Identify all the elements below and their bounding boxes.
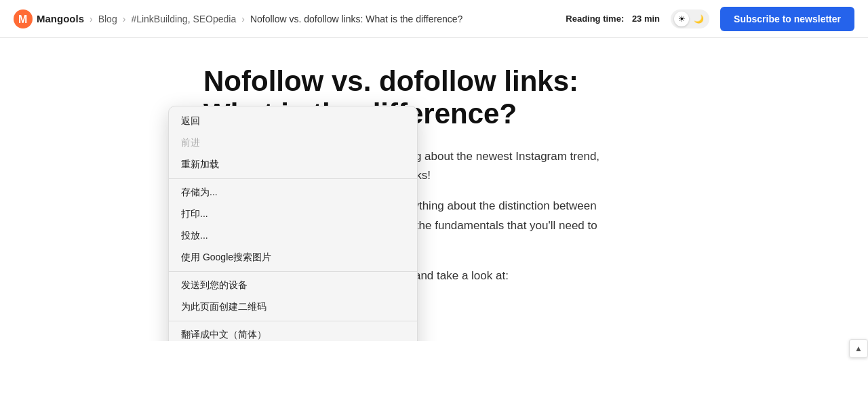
breadcrumb-sep-1: ›: [90, 14, 93, 24]
menu-item-send-device[interactable]: 发送到您的设备: [169, 275, 417, 296]
menu-sep-3: [169, 321, 417, 321]
reading-time: Reading time: 23 min: [566, 14, 660, 24]
menu-item-search-image[interactable]: 使用 Google搜索图片: [169, 247, 417, 269]
reading-time-value: 23 min: [632, 14, 660, 24]
menu-item-saveas-label: 存储为...: [181, 186, 218, 199]
menu-sep-1: [169, 178, 417, 179]
reading-time-label: Reading time:: [566, 14, 624, 24]
theme-light-btn[interactable]: ☀: [674, 12, 689, 26]
menu-item-translate-label: 翻译成中文（简体）: [181, 329, 267, 341]
context-menu-overlay: 返回 前进 重新加载 存储为... 打印... 投放... 使用 Google搜…: [168, 106, 418, 341]
menu-item-send-device-label: 发送到您的设备: [181, 279, 248, 292]
menu-item-translate[interactable]: 翻译成中文（简体）: [169, 324, 417, 341]
navbar: M Mangools › Blog › #LinkBuilding, SEOpe…: [0, 0, 868, 38]
subscribe-button[interactable]: Subscribe to newsletter: [720, 7, 854, 31]
logo-text: Mangools: [37, 13, 84, 24]
menu-item-saveas[interactable]: 存储为...: [169, 182, 417, 203]
scroll-up-button[interactable]: ▲: [849, 339, 868, 341]
menu-item-qrcode-label: 为此页面创建二维码: [181, 301, 267, 313]
menu-item-back[interactable]: 返回: [169, 111, 417, 132]
sun-icon: ☀: [678, 14, 686, 24]
menu-item-reload[interactable]: 重新加载: [169, 154, 417, 176]
menu-item-print[interactable]: 打印...: [169, 203, 417, 225]
context-menu: 返回 前进 重新加载 存储为... 打印... 投放... 使用 Google搜…: [168, 106, 418, 341]
menu-item-forward-label: 前进: [181, 137, 200, 149]
menu-item-back-label: 返回: [181, 115, 200, 127]
theme-toggle[interactable]: ☀ 🌙: [671, 9, 709, 28]
theme-dark-btn[interactable]: 🌙: [691, 12, 706, 26]
menu-item-qrcode[interactable]: 为此页面创建二维码: [169, 296, 417, 318]
mangools-logo-icon: M: [14, 9, 33, 28]
moon-icon: 🌙: [694, 14, 704, 24]
breadcrumb-sep-2: ›: [123, 14, 126, 24]
breadcrumb-article: Nofollow vs. dofollow links: What is the…: [250, 14, 462, 24]
menu-item-cast-label: 投放...: [181, 230, 208, 242]
menu-item-search-image-label: 使用 Google搜索图片: [181, 252, 271, 264]
breadcrumb-sep-3: ›: [241, 14, 245, 24]
menu-item-reload-label: 重新加载: [181, 159, 219, 171]
menu-item-print-label: 打印...: [181, 208, 208, 220]
menu-sep-2: [169, 271, 417, 272]
breadcrumb-blog[interactable]: Blog: [98, 14, 117, 24]
menu-item-cast[interactable]: 投放...: [169, 225, 417, 247]
main-content: Nofollow vs. dofollow links: What is the…: [0, 38, 868, 341]
menu-item-forward[interactable]: 前进: [169, 132, 417, 154]
logo[interactable]: M Mangools: [14, 9, 84, 28]
breadcrumb-category[interactable]: #LinkBuilding, SEOpedia: [131, 14, 236, 24]
nav-right: Reading time: 23 min ☀ 🌙 Subscribe to ne…: [566, 7, 854, 31]
svg-text:M: M: [18, 14, 27, 25]
